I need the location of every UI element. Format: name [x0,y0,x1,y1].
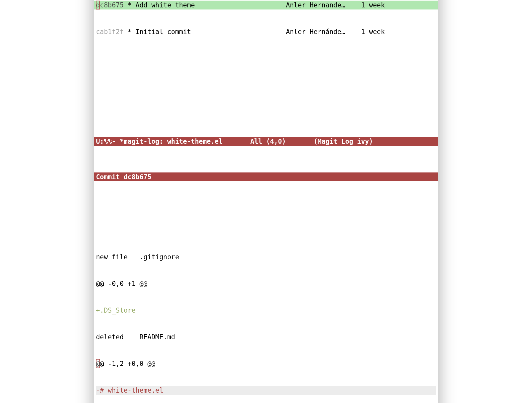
commit-msg: Add white theme [136,1,286,9]
modeline-status: U:%%- [96,137,120,146]
diff-hunk-header: @@ -0,0 +1 @@ [96,279,436,288]
commit-row[interactable]: cab1f2f * Initial commit Anler Hernánde…… [94,27,438,36]
modeline-pos: All (4,0) [250,137,314,146]
commit-age: 1 week [349,27,385,36]
commit-graph: * [128,27,136,36]
diff-file-header: new file .gitignore [96,252,436,261]
blank-line [94,199,438,208]
commit-row-selected[interactable]: dc8b675 * Add white theme Anler Hernande… [94,1,438,9]
modeline-mode: (Magit Log ivy) [314,137,373,146]
modeline-top: U:%%- *magit-log: white-theme.el All (4,… [94,137,438,146]
modeline-buffer: *magit-log: white-theme.el [120,137,250,146]
commit-author: Anler Hernánde… [286,27,349,36]
commit-msg: Initial commit [136,27,286,36]
commit-graph: * [128,1,136,9]
diff-view[interactable]: new file .gitignore @@ -0,0 +1 @@ +.DS_S… [94,235,438,403]
commit-hash: cab1f2f [96,27,128,36]
diff-added-line: +.DS_Store [96,306,436,315]
magit-log-buffer[interactable]: Commits in master fc9f66d * master origi… [94,0,438,403]
diff-hunk-header: @@ -1,2 +0,0 @@ [96,359,436,368]
commit-author: Anler Hernande… [286,1,349,9]
buffer-whitespace [94,63,438,110]
commit-age: 1 week [349,1,385,9]
point-cursor: @ [96,359,100,368]
diff-removed-line: -# white-theme.el [96,386,436,395]
section-header-commit: Commit dc8b675 [94,172,438,181]
point-cursor: d [96,1,100,9]
diff-file-header: deleted README.md [96,332,436,341]
emacs-window: Emacs@Anlers-MacBook-Pro.local Commits i… [94,0,438,403]
commit-hash: dc8b675 [96,1,128,9]
